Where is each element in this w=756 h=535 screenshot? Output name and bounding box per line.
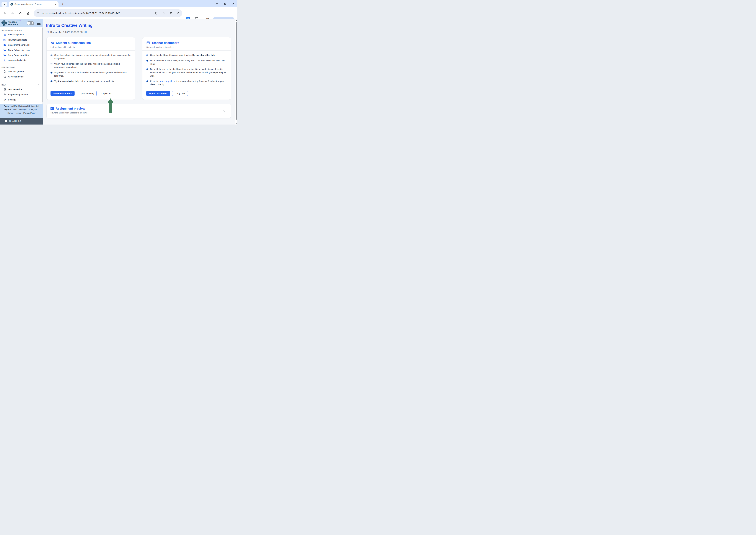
link-privacy-policy[interactable]: Privacy Policy <box>23 112 36 114</box>
bullet-icon <box>147 60 148 62</box>
tab-strip: P Create an Assignment | Process × + <box>0 0 237 7</box>
sidebar-item-copy-dashboard-link[interactable]: Copy Dashboard Link <box>0 53 41 58</box>
sidebar-item-label: Teacher Dashboard <box>8 39 27 41</box>
open-dashboard-button[interactable]: Open Dashboard <box>147 91 170 96</box>
home-button[interactable] <box>27 12 30 15</box>
window-close-button[interactable] <box>232 2 235 5</box>
theme-toggle[interactable] <box>27 21 34 25</box>
eye-off-icon[interactable] <box>169 12 173 15</box>
copy-dashboard-link-button[interactable]: Copy Link <box>172 91 188 96</box>
sidebar-item-edit-assignment[interactable]: Edit Assignment <box>0 32 41 37</box>
card-header: Student submission link Link to share wi… <box>46 37 135 50</box>
green-pointer-arrow <box>108 99 113 113</box>
link-home[interactable]: Home <box>8 112 13 114</box>
link-terms[interactable]: Terms <box>15 112 21 114</box>
teacher-guide-link[interactable]: teacher guide <box>160 80 173 82</box>
bullet-icon <box>50 63 52 65</box>
beta-badge: BETA <box>17 20 21 21</box>
bullet-item: Anyone who has the submission link can s… <box>50 71 131 78</box>
sidebar: P Process Feedback BETA ASSIGNMENT OPTIO… <box>0 19 43 125</box>
new-tab-button[interactable]: + <box>61 2 65 7</box>
sidebar-item-all-assignments[interactable]: All Assignments <box>0 74 41 79</box>
sidebar-item-teacher-dashboard[interactable]: Teacher Dashboard <box>0 37 41 42</box>
scroll-up-arrow-icon[interactable] <box>235 20 237 21</box>
copy-submission-link-button[interactable]: Copy Link <box>99 91 114 96</box>
forward-arrow-icon <box>11 12 14 15</box>
reports-links[interactable]: Gdoc Wr AsgWr Co AsgCo <box>13 108 37 110</box>
forward-button[interactable] <box>11 12 14 15</box>
tab-search-button[interactable] <box>2 2 7 7</box>
copy-icon <box>3 54 6 57</box>
sidebar-item-new-assignment[interactable]: New Assignment <box>0 69 41 74</box>
bullet-item: Copy the dashboard link and save it safe… <box>147 54 227 57</box>
window-minimize-button[interactable] <box>216 2 219 5</box>
page-scrollbar-thumb[interactable] <box>236 22 237 120</box>
sidebar-item-step-by-step-tutorial[interactable]: Step-by-step Tutorial <box>0 92 41 97</box>
try-submitting-button[interactable]: Try Submitting <box>77 91 96 96</box>
back-button[interactable] <box>3 12 7 15</box>
browser-tab[interactable]: P Create an Assignment | Process × <box>9 1 59 7</box>
card-subtitle: Link to share with students <box>50 46 131 48</box>
section-help[interactable]: HELP <box>2 84 41 86</box>
url-text[interactable]: dev.processfeedback.org/createassignment… <box>41 12 122 14</box>
address-bar[interactable]: dev.processfeedback.org/createassignment… <box>34 9 182 17</box>
sidebar-header: P Process Feedback BETA <box>0 19 43 27</box>
bullet-item: When your students open the link, they w… <box>50 62 131 69</box>
section-more-options: MORE OPTIONS <box>2 66 41 68</box>
section-assignment-options: ASSIGNMENT OPTIONS <box>2 29 41 31</box>
download-icon <box>3 59 6 62</box>
install-app-icon[interactable] <box>155 12 158 15</box>
zoom-icon[interactable] <box>162 12 165 15</box>
send-to-students-button[interactable]: Send to Students <box>50 91 74 96</box>
bookmark-star-icon[interactable] <box>176 12 180 15</box>
sidebar-nav: ASSIGNMENT OPTIONS Edit Assignment Teach… <box>0 27 41 104</box>
hamburger-menu-icon[interactable] <box>37 22 40 25</box>
reload-button[interactable] <box>19 12 22 15</box>
footsteps-icon <box>3 93 6 96</box>
sidebar-scrollbar[interactable] <box>42 27 43 104</box>
need-help-button[interactable]: Need Help? <box>0 118 43 125</box>
home-icon <box>27 12 30 15</box>
due-date-row: Due on: Jan 8, 2026 10:00:03 PM i <box>46 31 87 33</box>
legal-links: Home|Terms|Privacy Policy <box>0 112 43 114</box>
sidebar-item-label: Settings <box>8 99 16 101</box>
site-settings-icon[interactable] <box>36 12 39 15</box>
moon-icon <box>31 22 33 24</box>
chat-bubble-icon <box>5 120 8 123</box>
page-scrollbar[interactable] <box>235 19 237 125</box>
sidebar-item-email-dashboard-link[interactable]: Email Dashboard Link <box>0 42 41 47</box>
gear-icon: ⚙ <box>3 99 6 101</box>
apps-links[interactable]: LMS Wr Code Asg Edi Gdoc Col <box>11 105 39 107</box>
preview-title-text: Assignment preview <box>56 107 85 110</box>
sidebar-footer: Apps: LMS Wr Code Asg Edi Gdoc Col Repor… <box>0 104 43 118</box>
chevron-down-icon[interactable] <box>223 110 226 113</box>
assignment-preview-card[interactable]: Assignment preview How the assignment ap… <box>46 104 231 118</box>
sidebar-item-label: New Assignment <box>8 70 24 73</box>
bullet-icon <box>147 54 148 56</box>
due-date-text: Due on: Jan 8, 2026 10:00:03 PM <box>50 31 83 33</box>
bullet-icon <box>50 54 52 56</box>
card-bullet-list: Copy the dashboard link and save it safe… <box>143 50 231 86</box>
bullet-item: Do not fully rely on the dashboard for g… <box>147 68 227 77</box>
toggle-knob <box>27 22 30 25</box>
tab-close-icon[interactable]: × <box>54 3 57 6</box>
chevron-up-icon[interactable] <box>37 84 40 86</box>
chevron-down-icon <box>3 3 5 5</box>
sidebar-item-settings[interactable]: ⚙ Settings <box>0 97 41 102</box>
browser-window: P Create an Assignment | Process × + <box>0 0 237 125</box>
card-title-text: Student submission link <box>56 41 91 44</box>
browser-toolbar: dev.processfeedback.org/createassignment… <box>0 7 237 19</box>
need-help-label: Need Help? <box>9 120 21 123</box>
sidebar-scrollbar-thumb[interactable] <box>42 28 43 102</box>
bullet-item: Do not reuse the same assignment every t… <box>147 59 227 66</box>
reload-icon <box>19 12 22 15</box>
sidebar-item-download-all-links[interactable]: Download All Links <box>0 58 41 63</box>
sidebar-item-copy-submission-link[interactable]: Copy Submission Link <box>0 47 41 53</box>
info-icon[interactable]: i <box>85 31 87 33</box>
sidebar-item-teacher-guide[interactable]: Teacher Guide <box>0 87 41 92</box>
apps-row: Apps: LMS Wr Code Asg Edi Gdoc Col <box>4 105 43 107</box>
scroll-down-arrow-icon[interactable] <box>235 123 237 124</box>
card-subtitle: Shows all student submissions <box>147 46 227 48</box>
envelope-icon <box>3 43 6 46</box>
window-restore-button[interactable] <box>224 2 227 5</box>
